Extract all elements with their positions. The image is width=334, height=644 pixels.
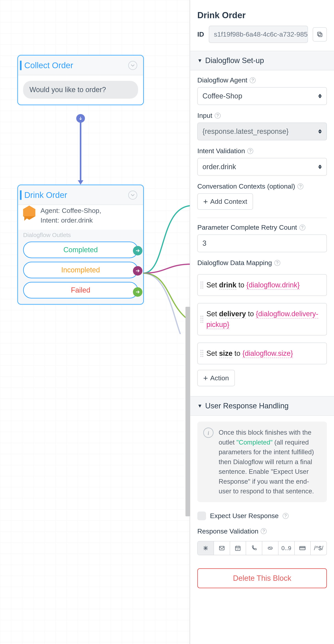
delete-block-button[interactable]: Delete This Block xyxy=(197,568,327,588)
arrow-right-icon xyxy=(135,268,140,273)
help-icon[interactable]: ? xyxy=(300,224,305,230)
validation-tab-link[interactable] xyxy=(262,542,279,555)
svg-rect-6 xyxy=(300,547,305,548)
drag-handle-icon[interactable] xyxy=(200,350,204,358)
caret-down-icon: ▼ xyxy=(197,403,202,409)
select-arrows-icon xyxy=(318,165,322,169)
arrow-right-icon xyxy=(135,248,140,253)
retry-label: Parameter Complete Retry Count? xyxy=(197,224,327,231)
calendar-icon: 17 xyxy=(235,545,241,551)
select-arrows-icon xyxy=(318,94,322,98)
collapse-toggle[interactable] xyxy=(128,61,137,70)
chevron-down-icon xyxy=(130,63,135,68)
id-value: s1f19f98b-6a48-4c6c-a732-985 xyxy=(209,26,308,43)
divider xyxy=(197,218,327,218)
info-icon: i xyxy=(203,428,214,438)
svg-rect-0 xyxy=(319,33,322,36)
svg-rect-1 xyxy=(318,32,321,36)
caret-down-icon: ▼ xyxy=(197,58,202,64)
mapping-row[interactable]: Set drink to {dialogflow.drink} xyxy=(197,274,327,296)
retry-input[interactable]: 3 xyxy=(197,234,327,252)
agent-intent-text: Agent: Coffee-Shop, Intent: order.drink xyxy=(40,206,101,225)
arrow-down-icon xyxy=(78,116,83,120)
validation-tab-date[interactable]: 17 xyxy=(230,542,246,555)
validation-tab-phone[interactable] xyxy=(246,542,262,555)
validation-label: Response Validation? xyxy=(197,528,327,535)
input-label: Input? xyxy=(197,112,327,120)
copy-icon xyxy=(317,31,323,38)
drag-handle-icon[interactable] xyxy=(200,281,204,289)
phone-icon xyxy=(251,545,257,551)
add-context-button[interactable]: + Add Context xyxy=(197,193,253,210)
add-action-button[interactable]: + Action xyxy=(197,370,235,386)
validation-tab-any[interactable] xyxy=(198,542,214,555)
info-box: i Once this block finishes with the outl… xyxy=(197,422,327,502)
mapping-row[interactable]: Set size to {dialogflow.size} xyxy=(197,342,327,364)
help-icon[interactable]: ? xyxy=(261,528,267,534)
outlet-handle[interactable] xyxy=(133,266,142,276)
intent-select[interactable]: order.drink xyxy=(197,158,327,176)
copy-id-button[interactable] xyxy=(313,27,327,42)
outlet-handle[interactable] xyxy=(133,246,142,256)
validation-tab-regex[interactable]: /^$/ xyxy=(311,542,327,555)
node-collect-order[interactable]: Collect Order Would you like to order? xyxy=(17,55,144,105)
validation-tab-card[interactable] xyxy=(295,542,311,555)
mail-icon xyxy=(219,545,225,551)
connector-start[interactable] xyxy=(76,114,85,123)
inspector-panel: Drink Order ID s1f19f98b-6a48-4c6c-a732-… xyxy=(190,0,334,644)
node-title: Collect Order xyxy=(20,61,73,70)
prompt-text: Would you like to order? xyxy=(23,81,138,99)
plus-icon: + xyxy=(203,200,208,204)
section-dialogflow-setup[interactable]: ▼ Dialogflow Set-up xyxy=(190,51,334,70)
help-icon[interactable]: ? xyxy=(247,148,253,154)
dialogflow-icon xyxy=(23,206,35,220)
mapping-label: Dialogflow Data Mapping? xyxy=(197,259,327,267)
panel-title: Drink Order xyxy=(197,10,327,20)
validation-tab-email[interactable] xyxy=(214,542,230,555)
contexts-label: Conversation Contexts (optional)? xyxy=(197,182,327,190)
outlets-label: Dialogflow Outlets xyxy=(18,230,143,242)
node-title: Drink Order xyxy=(20,190,67,200)
collapse-toggle[interactable] xyxy=(128,190,137,200)
connector-arrowhead-icon xyxy=(78,180,83,184)
help-icon[interactable]: ? xyxy=(215,113,221,118)
help-icon[interactable]: ? xyxy=(283,513,289,519)
node-drink-order[interactable]: Drink Order Agent: Coffee-Shop, Intent: … xyxy=(17,184,144,304)
outlet-failed[interactable]: Failed xyxy=(18,282,143,304)
validation-tabs: 17 0..9 /^$/ xyxy=(197,541,327,555)
help-icon[interactable]: ? xyxy=(274,260,280,266)
chevron-down-icon xyxy=(130,193,135,198)
flow-canvas[interactable]: Collect Order Would you like to order? D… xyxy=(0,0,190,644)
mapping-row[interactable]: Set delivery to {dialogflow.delivery-pic… xyxy=(197,303,327,336)
scrollbar[interactable] xyxy=(185,307,190,516)
id-label: ID xyxy=(197,30,204,38)
drag-handle-icon[interactable] xyxy=(200,315,204,323)
help-icon[interactable]: ? xyxy=(250,77,256,83)
outlet-incompleted[interactable]: Incompleted xyxy=(18,262,143,282)
expect-response-label: Expect User Response xyxy=(210,512,279,520)
arrow-right-icon xyxy=(135,290,140,294)
connector-line xyxy=(80,122,81,181)
card-icon xyxy=(299,545,306,552)
outlet-handle[interactable] xyxy=(133,287,142,297)
plus-icon: + xyxy=(203,376,208,380)
input-select[interactable]: {response.latest_response} xyxy=(197,122,327,140)
edge-curve xyxy=(143,204,192,334)
svg-rect-2 xyxy=(219,546,224,550)
intent-label: Intent Validation? xyxy=(197,147,327,155)
section-user-response[interactable]: ▼ User Response Handling xyxy=(190,396,334,416)
asterisk-icon xyxy=(203,545,209,551)
mapping-list: Set drink to {dialogflow.drink} Set deli… xyxy=(190,274,334,364)
agent-select[interactable]: Coffee-Shop xyxy=(197,87,327,105)
expect-response-checkbox[interactable] xyxy=(197,512,206,520)
select-arrows-icon xyxy=(318,129,322,134)
outlet-completed[interactable]: Completed xyxy=(18,242,143,262)
help-icon[interactable]: ? xyxy=(298,184,303,189)
link-icon xyxy=(267,545,273,551)
validation-tab-number[interactable]: 0..9 xyxy=(279,542,295,555)
agent-label: Dialogflow Agent? xyxy=(197,76,327,84)
svg-text:17: 17 xyxy=(237,548,239,550)
